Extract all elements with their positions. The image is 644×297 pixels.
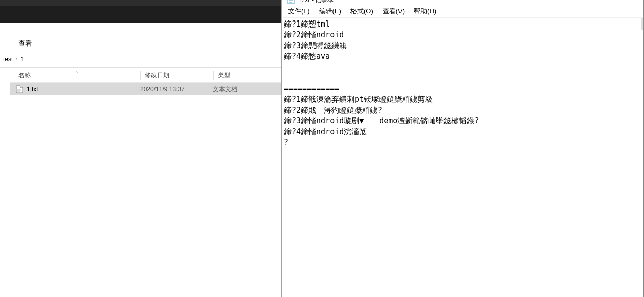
- menu-file[interactable]: 文件(F): [288, 7, 310, 16]
- menu-view[interactable]: 查看(V): [383, 7, 405, 16]
- right-edge-fragment: [641, 18, 643, 30]
- text-file-icon: [15, 85, 24, 93]
- column-header-name-label: 名称: [18, 72, 31, 79]
- file-list-header: 名称 ⌃ 修改日期 类型: [10, 68, 281, 83]
- file-explorer-panel: 查看 test › 1 名称 ⌃ 修改日期 类型 1.txt 2020/11/9…: [0, 0, 282, 297]
- menu-format[interactable]: 格式(O): [350, 7, 373, 16]
- breadcrumb[interactable]: test › 1: [0, 51, 281, 68]
- notepad-window: 1.txt - 记事本 文件(F) 编辑(E) 格式(O) 查看(V) 帮助(H…: [283, 0, 644, 297]
- notepad-menu-bar: 文件(F) 编辑(E) 格式(O) 查看(V) 帮助(H): [283, 5, 643, 17]
- notepad-text-area[interactable]: 鍗?1鍗愬tml 鍗?2鍗愭ndroid 鍗?3鍗愳瞪鎹縑簯 鍗?4鍗愁ava …: [283, 17, 643, 149]
- explorer-spacer: [0, 23, 281, 36]
- file-row-type-cell: 文本文档: [213, 85, 274, 94]
- column-header-date[interactable]: 修改日期: [141, 71, 213, 80]
- file-row-name-cell: 1.txt: [10, 85, 140, 93]
- breadcrumb-crumb-1[interactable]: test: [0, 56, 16, 63]
- column-header-name[interactable]: 名称 ⌃: [10, 71, 140, 80]
- breadcrumb-crumb-2[interactable]: 1: [18, 56, 28, 63]
- file-row[interactable]: 1.txt 2020/11/9 13:37 文本文档: [10, 83, 281, 95]
- notepad-title-bar: 1.txt - 记事本: [283, 0, 643, 5]
- notepad-app-icon: [287, 0, 295, 5]
- explorer-ribbon: 查看: [0, 36, 281, 51]
- editor-spacer: [0, 6, 281, 23]
- file-row-date-cell: 2020/11/9 13:37: [140, 86, 213, 93]
- sort-arrow-icon: ⌃: [75, 71, 79, 76]
- column-header-type[interactable]: 类型: [214, 71, 275, 80]
- editor-tab-bar: [0, 0, 281, 6]
- menu-edit[interactable]: 编辑(E): [319, 7, 341, 16]
- notepad-title: 1.txt - 记事本: [298, 0, 334, 5]
- file-name: 1.txt: [27, 86, 38, 93]
- ribbon-tab-view[interactable]: 查看: [11, 36, 39, 51]
- menu-help[interactable]: 帮助(H): [414, 7, 436, 16]
